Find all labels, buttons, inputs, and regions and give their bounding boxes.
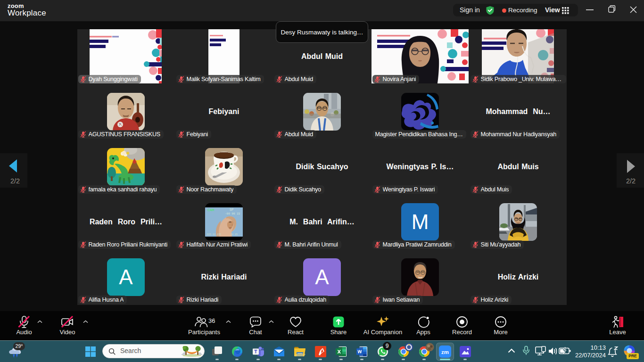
svg-text:CAM: CAM — [207, 208, 215, 212]
svg-text:24 05: 24 05 — [231, 233, 238, 236]
svg-text:zm: zm — [441, 349, 449, 355]
svg-text:DIS 02.135: DIS 02.135 — [207, 233, 221, 236]
svg-text:-00 06 22: -00 06 22 — [225, 212, 240, 215]
svg-text:SP: SP — [230, 208, 233, 212]
svg-text:36: 36 — [208, 317, 215, 324]
